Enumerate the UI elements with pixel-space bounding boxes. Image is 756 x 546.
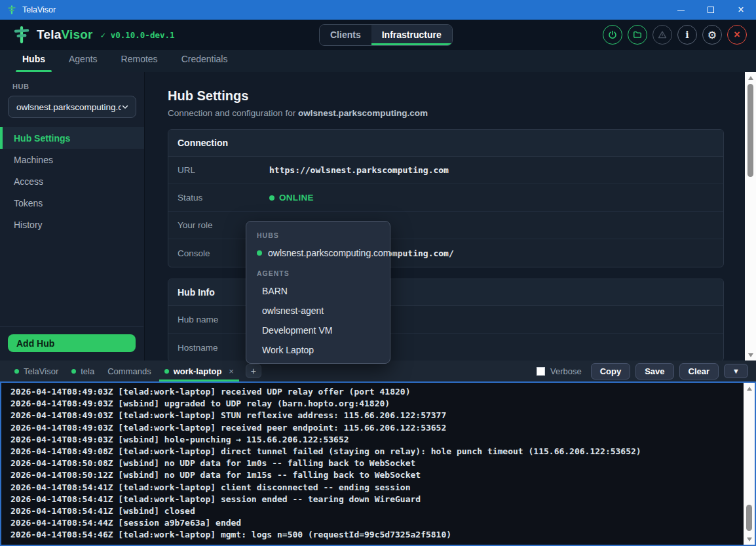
nav-tab-agents[interactable]: Agents [66, 50, 100, 72]
scroll-down-icon[interactable] [744, 534, 755, 544]
popup-hub-item-label: owlsnest.parkscomputing.com [268, 248, 391, 258]
save-button[interactable]: Save [635, 363, 673, 380]
mode-tab-group: Clients Infrastructure [319, 24, 453, 46]
log-scrollbar[interactable] [744, 383, 755, 545]
terminal-actions: Verbose Copy Save Clear ▼ [537, 363, 748, 380]
tab-infrastructure[interactable]: Infrastructure [371, 25, 452, 45]
main-scrollbar[interactable] [745, 72, 756, 361]
log-line: 2026-04-14T08:54:44Z [session a9b7e63a] … [10, 517, 735, 529]
terminal-tab-label: Commands [107, 366, 151, 376]
verbose-checkbox[interactable] [537, 367, 545, 376]
sidebar-footer: Add Hub [0, 326, 143, 361]
terminal-tab-work-laptop[interactable]: work-laptop × [158, 361, 240, 381]
subtitle-text: Connection and configuration for [168, 108, 298, 118]
close-x-icon: × [734, 29, 740, 40]
log-line: 2026-04-14T08:49:08Z [telad:work-laptop]… [10, 446, 735, 458]
scroll-down-icon[interactable] [745, 350, 756, 360]
scroll-up-icon[interactable] [744, 383, 755, 393]
popup-agent-owlsnest[interactable]: owlsnest-agent [246, 301, 390, 321]
connection-panel-title: Connection [168, 130, 723, 157]
green-dot-icon [14, 369, 19, 374]
check-icon: ✓ [101, 30, 106, 40]
version-text: v0.10.0-dev.1 [111, 30, 175, 40]
info-button[interactable]: i [677, 25, 697, 45]
add-hub-button[interactable]: Add Hub [8, 334, 136, 352]
tab-close-icon[interactable]: × [229, 366, 234, 376]
main-panel: Hub Settings Connection and configuratio… [145, 72, 745, 361]
nav-tab-hubs[interactable]: Hubs [20, 50, 48, 72]
popup-agent-work-laptop[interactable]: Work Laptop [246, 340, 390, 360]
main-scrollbar-thumb[interactable] [747, 84, 753, 177]
status-label: Status [178, 193, 269, 203]
scroll-up-icon[interactable] [745, 73, 756, 83]
window-title: TelaVisor [22, 5, 56, 14]
power-button[interactable] [603, 25, 622, 45]
status-row: Status ONLINE [168, 184, 723, 212]
folder-button[interactable] [628, 25, 647, 45]
popup-hubs-label: HUBS [246, 230, 390, 243]
log-line: 2026-04-14T08:49:03Z [telad:work-laptop]… [10, 410, 735, 421]
terminal-tab-label: TelaVisor [24, 366, 58, 376]
terminal-tab-tela[interactable]: tela [65, 361, 101, 381]
brand-caduceus-icon [12, 25, 31, 45]
popup-agent-label: Work Laptop [262, 345, 314, 355]
caret-down-icon: ▼ [732, 367, 740, 375]
log-line: 2026-04-14T08:54:46Z [telad:work-laptop]… [10, 529, 735, 541]
subtitle-hostname: owlsnest.parkscomputing.com [298, 108, 428, 118]
sidebar-item-machines[interactable]: Machines [0, 149, 144, 170]
sidebar-item-history[interactable]: History [0, 214, 144, 235]
url-label: URL [178, 165, 269, 175]
chevron-down-icon [121, 103, 129, 111]
machine-picker-popup: HUBS owlsnest.parkscomputing.com AGENTS … [246, 221, 390, 364]
log-line: 2026-04-14T08:54:41Z [telad:work-laptop]… [10, 494, 735, 505]
popup-agents-label: AGENTS [246, 263, 390, 281]
page-title: Hub Settings [168, 88, 745, 104]
warning-icon [658, 30, 667, 39]
popup-hub-item[interactable]: owlsnest.parkscomputing.com [246, 243, 390, 263]
tab-clients[interactable]: Clients [320, 25, 371, 45]
terminal-tab-commands[interactable]: Commands [101, 361, 157, 381]
version-badge: ✓ v0.10.0-dev.1 [101, 30, 175, 40]
hub-section-label: HUB [12, 83, 144, 90]
sidebar-item-hub-settings[interactable]: Hub Settings [0, 127, 144, 149]
log-line: 2026-04-14T08:49:03Z [wsbind] upgraded t… [10, 398, 735, 410]
popup-agent-barn[interactable]: BARN [246, 281, 390, 301]
settings-button[interactable]: ⚙ [702, 25, 722, 45]
terminal-tab-label: tela [81, 366, 94, 376]
close-window-button[interactable]: × [726, 0, 756, 20]
disconnect-button[interactable]: × [727, 25, 747, 45]
log-scrollbar-thumb[interactable] [746, 505, 752, 531]
os-titlebar: TelaVisor × [0, 0, 756, 20]
status-dot [269, 195, 274, 201]
nav-tab-credentials[interactable]: Credentials [179, 50, 231, 72]
green-dot-icon [164, 369, 169, 374]
maximize-icon [708, 7, 714, 13]
brand-secondary: Visor [61, 28, 92, 41]
verbose-label: Verbose [550, 366, 582, 376]
add-terminal-tab-button[interactable]: + [246, 364, 261, 378]
clear-button[interactable]: Clear [679, 363, 719, 380]
copy-button[interactable]: Copy [591, 363, 631, 380]
sidebar-nav: Hub Settings Machines Access Tokens Hist… [0, 127, 144, 235]
sidebar-item-tokens[interactable]: Tokens [0, 192, 144, 214]
warning-button[interactable] [652, 25, 672, 45]
log-line: 2026-04-14T08:50:08Z [wsbind] no UDP dat… [10, 458, 735, 469]
hub-select[interactable]: owlsnest.parkscomputing.c [8, 96, 136, 118]
popup-agent-development-vm[interactable]: Development VM [246, 321, 390, 340]
terminal-tab-telavisor[interactable]: TelaVisor [8, 361, 65, 381]
online-dot-icon [257, 250, 262, 256]
plus-icon: + [251, 366, 256, 376]
terminal-tab-label: work-laptop [174, 366, 222, 376]
green-dot-icon [71, 369, 76, 374]
maximize-button[interactable] [696, 0, 726, 20]
minimize-button[interactable] [666, 0, 696, 20]
info-icon: i [685, 29, 689, 40]
terminal-log[interactable]: 2026-04-14T08:49:03Z [telad:work-laptop]… [0, 381, 756, 546]
power-icon [608, 30, 617, 39]
app-caduceus-icon [7, 5, 17, 15]
log-line: 2026-04-14T08:54:41Z [wsbind] closed [10, 505, 735, 517]
collapse-terminal-button[interactable]: ▼ [724, 364, 748, 378]
nav-tab-remotes[interactable]: Remotes [119, 50, 161, 72]
app-header: TelaVisor ✓ v0.10.0-dev.1 Clients Infras… [0, 20, 756, 50]
sidebar-item-access[interactable]: Access [0, 170, 144, 192]
